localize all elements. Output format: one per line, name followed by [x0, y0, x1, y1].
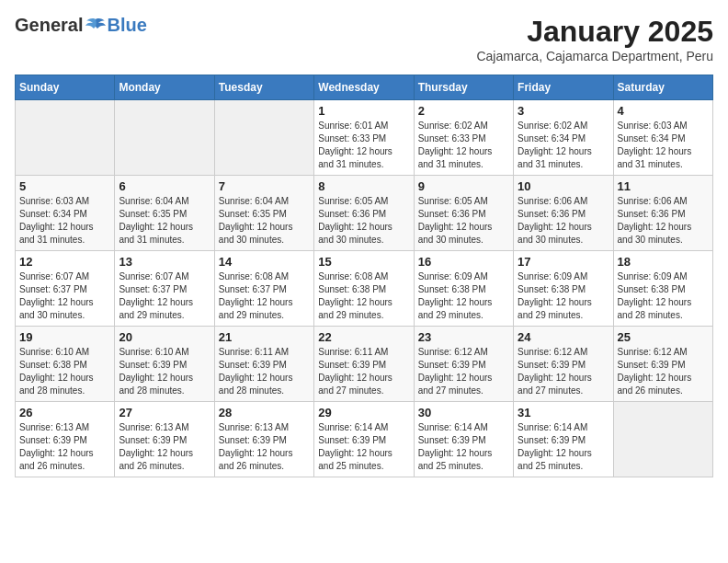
day-number: 31	[518, 406, 609, 419]
day-number: 10	[518, 179, 609, 193]
calendar-cell	[214, 100, 313, 176]
day-number: 29	[318, 406, 409, 419]
day-info: Sunrise: 6:14 AM Sunset: 6:39 PM Dayligh…	[518, 421, 609, 473]
day-info: Sunrise: 6:04 AM Sunset: 6:35 PM Dayligh…	[119, 195, 210, 247]
logo-bird-icon	[85, 17, 107, 34]
day-info: Sunrise: 6:12 AM Sunset: 6:39 PM Dayligh…	[518, 346, 609, 397]
day-info: Sunrise: 6:03 AM Sunset: 6:34 PM Dayligh…	[618, 120, 709, 171]
day-number: 12	[19, 255, 110, 269]
day-number: 28	[219, 406, 310, 419]
calendar-week-1: 1Sunrise: 6:01 AM Sunset: 6:33 PM Daylig…	[16, 100, 713, 176]
calendar-cell: 2Sunrise: 6:02 AM Sunset: 6:33 PM Daylig…	[414, 100, 513, 176]
calendar-week-3: 12Sunrise: 6:07 AM Sunset: 6:37 PM Dayli…	[16, 251, 713, 327]
day-info: Sunrise: 6:13 AM Sunset: 6:39 PM Dayligh…	[19, 421, 110, 473]
day-number: 2	[418, 104, 509, 118]
calendar-cell	[16, 100, 115, 176]
calendar-cell: 31Sunrise: 6:14 AM Sunset: 6:39 PM Dayli…	[514, 402, 613, 477]
calendar-cell: 29Sunrise: 6:14 AM Sunset: 6:39 PM Dayli…	[314, 402, 414, 477]
day-number: 14	[219, 255, 310, 269]
calendar-cell: 23Sunrise: 6:12 AM Sunset: 6:39 PM Dayli…	[414, 327, 513, 402]
day-info: Sunrise: 6:07 AM Sunset: 6:37 PM Dayligh…	[19, 270, 110, 322]
day-info: Sunrise: 6:03 AM Sunset: 6:34 PM Dayligh…	[19, 195, 110, 247]
day-number: 16	[418, 255, 509, 269]
day-number: 5	[19, 179, 110, 193]
day-number: 11	[618, 179, 709, 193]
day-info: Sunrise: 6:02 AM Sunset: 6:34 PM Dayligh…	[518, 120, 609, 171]
logo: General Blue	[15, 15, 147, 36]
column-header-sunday: Sunday	[16, 75, 115, 100]
calendar-cell: 19Sunrise: 6:10 AM Sunset: 6:38 PM Dayli…	[16, 327, 115, 402]
day-number: 3	[518, 104, 609, 118]
calendar-cell: 12Sunrise: 6:07 AM Sunset: 6:37 PM Dayli…	[16, 251, 115, 327]
day-info: Sunrise: 6:06 AM Sunset: 6:36 PM Dayligh…	[618, 195, 709, 247]
calendar-cell	[613, 402, 712, 477]
calendar-cell: 11Sunrise: 6:06 AM Sunset: 6:36 PM Dayli…	[613, 176, 712, 251]
day-number: 22	[318, 330, 409, 344]
month-title: January 2025	[476, 15, 713, 49]
day-number: 15	[318, 255, 409, 269]
column-header-monday: Monday	[115, 75, 214, 100]
day-number: 9	[418, 179, 509, 193]
day-info: Sunrise: 6:08 AM Sunset: 6:38 PM Dayligh…	[318, 270, 409, 322]
day-info: Sunrise: 6:05 AM Sunset: 6:36 PM Dayligh…	[318, 195, 409, 247]
calendar-cell: 3Sunrise: 6:02 AM Sunset: 6:34 PM Daylig…	[514, 100, 613, 176]
calendar-cell: 22Sunrise: 6:11 AM Sunset: 6:39 PM Dayli…	[314, 327, 414, 402]
day-number: 21	[219, 330, 310, 344]
day-info: Sunrise: 6:11 AM Sunset: 6:39 PM Dayligh…	[318, 346, 409, 397]
day-info: Sunrise: 6:10 AM Sunset: 6:39 PM Dayligh…	[119, 346, 210, 397]
column-header-saturday: Saturday	[613, 75, 712, 100]
day-number: 18	[618, 255, 709, 269]
day-number: 17	[518, 255, 609, 269]
day-number: 27	[119, 406, 210, 419]
day-info: Sunrise: 6:12 AM Sunset: 6:39 PM Dayligh…	[418, 346, 509, 397]
day-number: 30	[418, 406, 509, 419]
logo-blue-text: Blue	[107, 15, 146, 36]
calendar-cell: 24Sunrise: 6:12 AM Sunset: 6:39 PM Dayli…	[514, 327, 613, 402]
day-info: Sunrise: 6:05 AM Sunset: 6:36 PM Dayligh…	[418, 195, 509, 247]
calendar-cell: 7Sunrise: 6:04 AM Sunset: 6:35 PM Daylig…	[214, 176, 313, 251]
calendar-cell: 14Sunrise: 6:08 AM Sunset: 6:37 PM Dayli…	[214, 251, 313, 327]
location-subtitle: Cajamarca, Cajamarca Department, Peru	[476, 49, 713, 63]
calendar-cell: 8Sunrise: 6:05 AM Sunset: 6:36 PM Daylig…	[314, 176, 414, 251]
calendar-week-2: 5Sunrise: 6:03 AM Sunset: 6:34 PM Daylig…	[16, 176, 713, 251]
day-info: Sunrise: 6:09 AM Sunset: 6:38 PM Dayligh…	[518, 270, 609, 322]
calendar-header-row: SundayMondayTuesdayWednesdayThursdayFrid…	[16, 75, 713, 100]
calendar-cell: 26Sunrise: 6:13 AM Sunset: 6:39 PM Dayli…	[16, 402, 115, 477]
calendar-cell: 17Sunrise: 6:09 AM Sunset: 6:38 PM Dayli…	[514, 251, 613, 327]
day-info: Sunrise: 6:14 AM Sunset: 6:39 PM Dayligh…	[418, 421, 509, 473]
day-info: Sunrise: 6:08 AM Sunset: 6:37 PM Dayligh…	[219, 270, 310, 322]
day-number: 19	[19, 330, 110, 344]
calendar-cell: 18Sunrise: 6:09 AM Sunset: 6:38 PM Dayli…	[613, 251, 712, 327]
calendar-cell	[115, 100, 214, 176]
calendar-week-5: 26Sunrise: 6:13 AM Sunset: 6:39 PM Dayli…	[16, 402, 713, 477]
column-header-tuesday: Tuesday	[214, 75, 313, 100]
page-header: General Blue January 2025 Cajamarca, Caj…	[15, 15, 713, 63]
calendar-cell: 6Sunrise: 6:04 AM Sunset: 6:35 PM Daylig…	[115, 176, 214, 251]
day-info: Sunrise: 6:12 AM Sunset: 6:39 PM Dayligh…	[618, 346, 709, 397]
calendar-cell: 4Sunrise: 6:03 AM Sunset: 6:34 PM Daylig…	[613, 100, 712, 176]
day-number: 8	[318, 179, 409, 193]
day-number: 26	[19, 406, 110, 419]
day-info: Sunrise: 6:07 AM Sunset: 6:37 PM Dayligh…	[119, 270, 210, 322]
day-info: Sunrise: 6:10 AM Sunset: 6:38 PM Dayligh…	[19, 346, 110, 397]
calendar-week-4: 19Sunrise: 6:10 AM Sunset: 6:38 PM Dayli…	[16, 327, 713, 402]
calendar-table: SundayMondayTuesdayWednesdayThursdayFrid…	[15, 75, 713, 477]
column-header-friday: Friday	[514, 75, 613, 100]
day-info: Sunrise: 6:06 AM Sunset: 6:36 PM Dayligh…	[518, 195, 609, 247]
calendar-cell: 28Sunrise: 6:13 AM Sunset: 6:39 PM Dayli…	[214, 402, 313, 477]
calendar-cell: 13Sunrise: 6:07 AM Sunset: 6:37 PM Dayli…	[115, 251, 214, 327]
day-info: Sunrise: 6:13 AM Sunset: 6:39 PM Dayligh…	[119, 421, 210, 473]
title-section: January 2025 Cajamarca, Cajamarca Depart…	[476, 15, 713, 63]
day-number: 13	[119, 255, 210, 269]
column-header-wednesday: Wednesday	[314, 75, 414, 100]
day-info: Sunrise: 6:14 AM Sunset: 6:39 PM Dayligh…	[318, 421, 409, 473]
calendar-cell: 27Sunrise: 6:13 AM Sunset: 6:39 PM Dayli…	[115, 402, 214, 477]
calendar-cell: 25Sunrise: 6:12 AM Sunset: 6:39 PM Dayli…	[613, 327, 712, 402]
day-info: Sunrise: 6:09 AM Sunset: 6:38 PM Dayligh…	[418, 270, 509, 322]
calendar-cell: 9Sunrise: 6:05 AM Sunset: 6:36 PM Daylig…	[414, 176, 513, 251]
logo-general-text: General	[15, 15, 83, 36]
calendar-cell: 1Sunrise: 6:01 AM Sunset: 6:33 PM Daylig…	[314, 100, 414, 176]
day-info: Sunrise: 6:02 AM Sunset: 6:33 PM Dayligh…	[418, 120, 509, 171]
column-header-thursday: Thursday	[414, 75, 513, 100]
day-info: Sunrise: 6:01 AM Sunset: 6:33 PM Dayligh…	[318, 120, 409, 171]
